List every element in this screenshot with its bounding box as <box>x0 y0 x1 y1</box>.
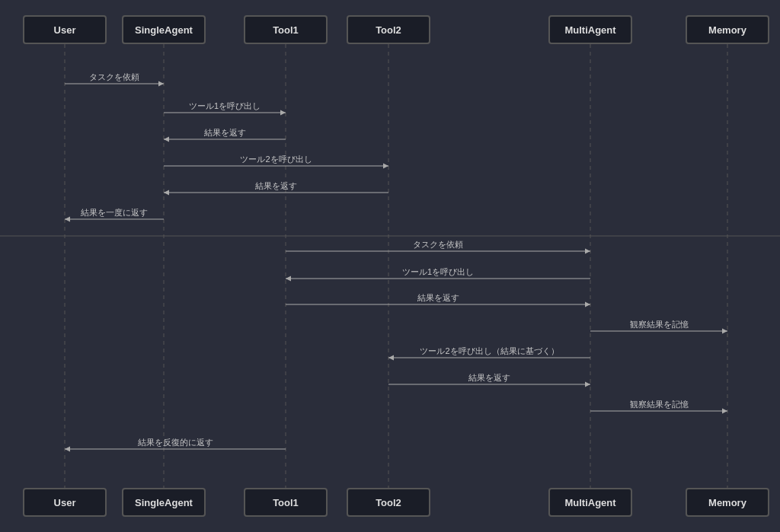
actor-top-user: User <box>23 15 107 44</box>
svg-marker-17 <box>383 164 388 169</box>
actor-top-multi-agent: MultiAgent <box>548 15 632 44</box>
arrow-a5: 結果を返す <box>164 181 388 196</box>
svg-text:結果を反復的に返す: 結果を反復的に返す <box>137 438 213 448</box>
actor-top-memory: Memory <box>686 15 769 44</box>
actor-bottom-user: User <box>23 488 107 517</box>
svg-marker-29 <box>286 276 291 282</box>
svg-marker-41 <box>585 382 590 387</box>
arrow-a11: ツール2を呼び出し（結果に基づく） <box>388 346 590 361</box>
svg-text:結果を返す: 結果を返す <box>254 181 297 191</box>
arrow-a12: 結果を返す <box>388 373 590 387</box>
arrows-svg: タスクを依頼ツール1を呼び出し結果を返すツール2を呼び出し結果を返す結果を一度に… <box>0 0 780 532</box>
arrow-a6: 結果を一度に返す <box>65 208 164 222</box>
svg-text:ツール1を呼び出し: ツール1を呼び出し <box>189 101 261 110</box>
arrow-a9: 結果を返す <box>286 293 590 307</box>
actor-bottom-tool2: Tool2 <box>347 488 430 517</box>
svg-text:ツール2を呼び出し: ツール2を呼び出し <box>240 155 312 164</box>
svg-marker-35 <box>722 329 727 334</box>
svg-text:結果を返す: 結果を返す <box>417 293 459 303</box>
svg-marker-11 <box>280 110 286 116</box>
svg-text:観察結果を記憶: 観察結果を記憶 <box>630 400 689 409</box>
svg-marker-38 <box>388 355 394 361</box>
svg-marker-14 <box>164 137 169 142</box>
svg-text:タスクを依頼: タスクを依頼 <box>413 240 463 249</box>
svg-marker-23 <box>65 217 70 222</box>
arrow-a7: タスクを依頼 <box>286 240 590 254</box>
actor-top-tool1: Tool1 <box>244 15 328 44</box>
arrow-a4: ツール2を呼び出し <box>164 155 388 169</box>
svg-marker-47 <box>65 447 70 452</box>
svg-marker-8 <box>158 81 164 87</box>
svg-marker-26 <box>585 249 590 254</box>
actor-top-single-agent: SingleAgent <box>122 15 206 44</box>
arrow-a13: 観察結果を記憶 <box>590 400 727 414</box>
arrow-a3: 結果を返す <box>164 128 286 142</box>
svg-text:タスクを依頼: タスクを依頼 <box>89 72 139 81</box>
arrow-a10: 観察結果を記憶 <box>590 320 727 334</box>
actor-top-tool2: Tool2 <box>347 15 430 44</box>
svg-text:ツール1を呼び出し: ツール1を呼び出し <box>402 267 474 276</box>
actor-bottom-tool1: Tool1 <box>244 488 328 517</box>
sequence-diagram: タスクを依頼ツール1を呼び出し結果を返すツール2を呼び出し結果を返す結果を一度に… <box>0 0 780 532</box>
svg-text:観察結果を記憶: 観察結果を記憶 <box>630 320 689 329</box>
arrow-a1: タスクを依頼 <box>65 72 164 87</box>
svg-marker-32 <box>585 302 590 307</box>
arrow-a8: ツール1を呼び出し <box>286 267 590 282</box>
arrow-a2: ツール1を呼び出し <box>164 101 286 116</box>
svg-marker-44 <box>722 409 727 414</box>
svg-text:結果を一度に返す: 結果を一度に返す <box>80 208 148 218</box>
svg-text:ツール2を呼び出し（結果に基づく）: ツール2を呼び出し（結果に基づく） <box>420 346 558 355</box>
svg-marker-20 <box>164 190 169 196</box>
svg-text:結果を返す: 結果を返す <box>203 128 246 138</box>
actor-bottom-single-agent: SingleAgent <box>122 488 206 517</box>
actor-bottom-memory: Memory <box>686 488 769 517</box>
actor-bottom-multi-agent: MultiAgent <box>548 488 632 517</box>
arrow-a14: 結果を反復的に返す <box>65 438 286 452</box>
svg-text:結果を返す: 結果を返す <box>468 373 510 383</box>
